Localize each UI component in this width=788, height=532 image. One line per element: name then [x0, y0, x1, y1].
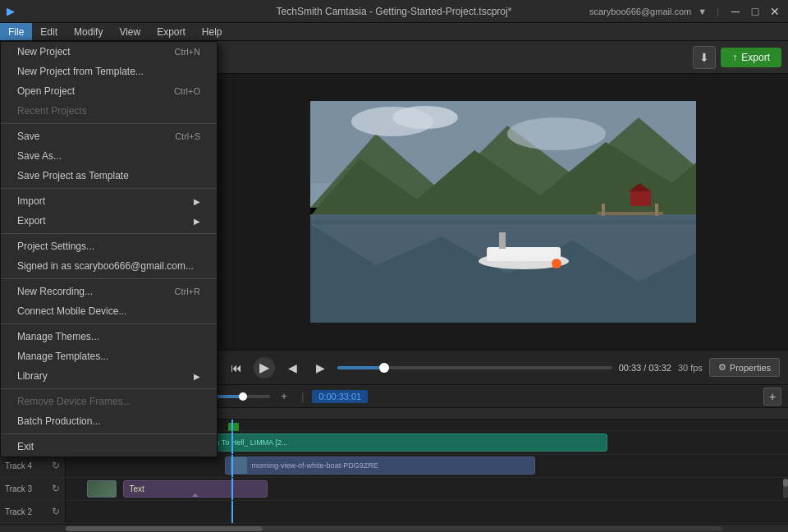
track2-header: Track 2 ↻ — [0, 501, 66, 523]
table-row: Track 3 ↻ Text — [0, 478, 788, 501]
menu-new-project-template[interactable]: New Project from Template... — [1, 62, 217, 81]
title-bar-controls: scaryboo666@gmail.com ▼ | ─ □ ✕ — [589, 5, 781, 18]
track4-header: Track 4 ↻ — [0, 455, 66, 477]
progress-fill — [337, 366, 384, 369]
video-preview — [310, 101, 696, 323]
app-title: TechSmith Camtasia - Getting-Started-Pro… — [277, 6, 512, 17]
gear-icon: ⚙ — [718, 362, 726, 373]
zoom-thumb — [239, 392, 247, 401]
menu-export[interactable]: Export — [149, 23, 194, 40]
export-button[interactable]: ↑ Export — [721, 48, 781, 67]
dropdown-arrow-icon[interactable]: ▼ — [698, 7, 707, 16]
h-scrollbar-thumb — [66, 526, 263, 531]
menu-file[interactable]: File — [0, 23, 32, 40]
maximize-button[interactable]: □ — [749, 5, 762, 18]
next-frame-button[interactable]: ▶ — [309, 357, 331, 378]
add-track-button[interactable]: + — [763, 388, 781, 406]
zoom-in-button[interactable]: + — [275, 388, 293, 406]
clip-expand-handle — [192, 493, 199, 497]
skip-back-button[interactable]: ⏮ — [226, 357, 247, 378]
h-scrollbar-track[interactable] — [66, 526, 722, 531]
svg-rect-10 — [602, 204, 605, 216]
svg-point-18 — [507, 117, 606, 150]
play-button[interactable]: ▶ — [254, 357, 275, 378]
transport-controls: ⏮ ▶ ◀ ▶ 00:33 / 03:32 30 fps ⚙ Propertie… — [218, 350, 788, 384]
user-email[interactable]: scaryboo666@gmail.com — [589, 7, 691, 16]
menu-save[interactable]: Save Ctrl+S — [1, 126, 217, 146]
track5-playhead — [231, 431, 233, 453]
track3-scroll-thumb — [783, 479, 788, 487]
export-icon: ↑ — [732, 52, 737, 63]
time-display: 00:33 / 03:32 — [619, 363, 671, 373]
menu-recent-projects: Recent Projects — [1, 101, 217, 121]
preview-image — [310, 101, 696, 323]
clip-range-indicator — [228, 423, 239, 431]
app-icon: ▶ — [7, 5, 15, 17]
menu-exit[interactable]: Exit — [1, 437, 217, 456]
playhead-time-display: 0:00:33;01 — [312, 390, 368, 403]
menu-view[interactable]: View — [111, 23, 149, 40]
menu-remove-device-frames: Remove Device Frames... — [1, 392, 217, 411]
download-button[interactable]: ⬇ — [693, 46, 716, 69]
track4-expand-icon[interactable]: ↻ — [52, 460, 60, 471]
file-dropdown-menu: New Project Ctrl+N New Project from Temp… — [0, 41, 218, 457]
menu-manage-templates[interactable]: Manage Templates... — [1, 346, 217, 366]
svg-point-15 — [552, 259, 561, 268]
menu-save-template[interactable]: Save Project as Template — [1, 166, 217, 186]
svg-rect-11 — [655, 204, 658, 216]
timeline-scrollbar[interactable] — [0, 524, 788, 532]
title-bar: ▶ TechSmith Camtasia - Getting-Started-P… — [0, 0, 788, 23]
track4-clip-label: morning-view-of-white-boat-PDG9ZRE — [252, 461, 378, 470]
menu-batch-production[interactable]: Batch Production... — [1, 411, 217, 431]
track3-expand-icon[interactable]: ↻ — [52, 483, 60, 494]
track4-playhead — [231, 455, 233, 477]
title-bar-left: ▶ — [7, 5, 18, 17]
menu-library[interactable]: Library ▶ — [1, 366, 217, 386]
progress-bar[interactable] — [337, 366, 612, 369]
track3-content: Text — [66, 478, 788, 500]
menu-new-project[interactable]: New Project Ctrl+N — [1, 42, 217, 62]
minimize-button[interactable]: ─ — [729, 5, 742, 18]
close-button[interactable]: ✕ — [768, 5, 781, 18]
svg-rect-9 — [598, 212, 663, 215]
svg-point-17 — [392, 106, 458, 129]
track3-playhead — [231, 478, 233, 500]
menu-manage-themes[interactable]: Manage Themes... — [1, 327, 217, 346]
track2-content — [66, 501, 788, 523]
menu-modify[interactable]: Modify — [66, 23, 111, 40]
table-row: Track 2 ↻ — [0, 501, 788, 524]
track2-name: Track 2 — [5, 507, 32, 516]
small-clip-fill — [88, 481, 115, 497]
track3-clip-label: Text — [129, 484, 144, 493]
track4-video-clip[interactable]: morning-view-of-white-boat-PDG9ZRE — [225, 456, 535, 475]
menu-signed-in[interactable]: Signed in as scaryboo666@gmail.com... — [1, 256, 217, 276]
menu-project-settings[interactable]: Project Settings... — [1, 236, 217, 256]
properties-button[interactable]: ⚙ Properties — [709, 358, 780, 377]
track3-scrollbar[interactable] — [783, 479, 788, 498]
menu-connect-mobile[interactable]: Connect Mobile Device... — [1, 301, 217, 321]
progress-thumb — [379, 363, 389, 373]
track3-small-clip[interactable] — [87, 480, 116, 498]
track3-text-clip[interactable]: Text — [123, 480, 268, 498]
menu-save-as[interactable]: Save As... — [1, 146, 217, 166]
menu-open-project[interactable]: Open Project Ctrl+O — [1, 81, 217, 101]
table-row: Track 4 ↻ morning-view-of-white-boat-PDG… — [0, 455, 788, 478]
svg-rect-5 — [310, 220, 696, 224]
menu-export-sub[interactable]: Export ▶ — [1, 211, 217, 231]
menu-import[interactable]: Import ▶ — [1, 191, 217, 211]
menu-new-recording[interactable]: New Recording... Ctrl+R — [1, 282, 217, 301]
svg-rect-7 — [630, 191, 651, 206]
track4-content: morning-view-of-white-boat-PDG9ZRE — [66, 455, 788, 477]
track2-expand-icon[interactable]: ↻ — [52, 506, 60, 517]
track4-name: Track 4 — [5, 461, 32, 470]
playhead-marker — [231, 420, 233, 430]
svg-rect-14 — [499, 232, 506, 249]
track3-name: Track 3 — [5, 484, 32, 493]
svg-rect-13 — [487, 247, 561, 261]
prev-frame-button[interactable]: ◀ — [282, 357, 303, 378]
track2-playhead — [231, 501, 233, 523]
menu-edit[interactable]: Edit — [32, 23, 66, 40]
menu-help[interactable]: Help — [194, 23, 231, 40]
track3-header: Track 3 ↻ — [0, 478, 66, 500]
preview-panel: ⏮ ▶ ◀ ▶ 00:33 / 03:32 30 fps ⚙ Propertie… — [218, 74, 788, 384]
